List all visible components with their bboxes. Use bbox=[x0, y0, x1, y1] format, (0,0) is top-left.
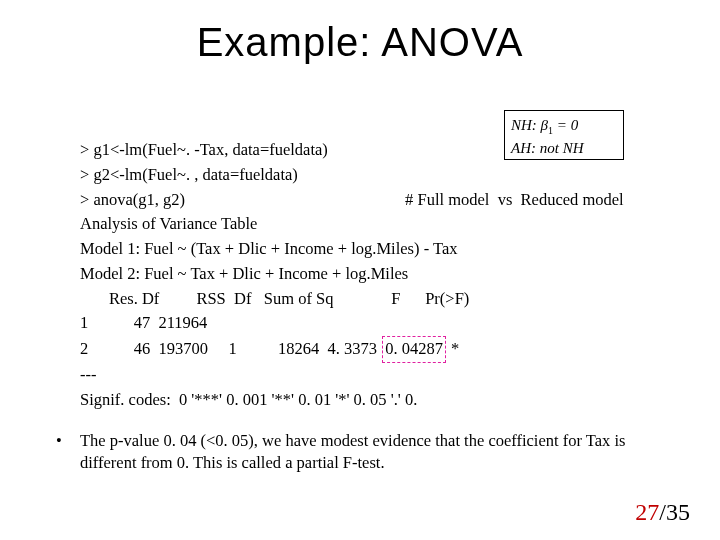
code-line-2: > g2<-lm(Fuel~. , data=fueldata) bbox=[80, 163, 680, 188]
page-total: 35 bbox=[666, 499, 690, 525]
anova-row-1: 1 47 211964 bbox=[80, 311, 680, 336]
page-number: 27/35 bbox=[635, 499, 690, 526]
nh-tail: = 0 bbox=[553, 117, 578, 133]
p-value-highlight: 0. 04287 bbox=[382, 336, 446, 363]
code-line-4: Analysis of Variance Table bbox=[80, 212, 680, 237]
nh-body: : β bbox=[532, 117, 548, 133]
signif-codes: Signif. codes: 0 '***' 0. 001 '**' 0. 01… bbox=[80, 388, 680, 413]
anova-header: Res. Df RSS Df Sum of Sq F Pr(>F) bbox=[80, 287, 680, 312]
anova-comment: # Full model vs Reduced model bbox=[405, 190, 624, 209]
code-line-6: Model 2: Fuel ~ Tax + Dlic + Income + lo… bbox=[80, 262, 680, 287]
null-hypothesis: NH: β1 = 0 bbox=[511, 115, 617, 138]
anova-row-2-lead: 2 46 193700 1 18264 4. 3373 bbox=[80, 339, 381, 358]
conclusion-bullet: • The p-value 0. 04 (<0. 05), we have mo… bbox=[56, 430, 676, 475]
anova-call: > anova(g1, g2) bbox=[80, 190, 185, 209]
code-line-1: > g1<-lm(Fuel~. -Tax, data=fueldata) bbox=[80, 138, 680, 163]
code-separator: --- bbox=[80, 363, 680, 388]
anova-row-2-star: * bbox=[447, 339, 459, 358]
page-sep: / bbox=[659, 499, 666, 525]
bullet-icon: • bbox=[56, 430, 62, 452]
code-line-3: > anova(g1, g2)# Full model vs Reduced m… bbox=[80, 188, 680, 213]
slide: Example: ANOVA NH: β1 = 0 AH: not NH > g… bbox=[0, 0, 720, 540]
slide-title: Example: ANOVA bbox=[0, 20, 720, 65]
nh-label: NH bbox=[511, 117, 532, 133]
anova-row-2: 2 46 193700 1 18264 4. 3373 0. 04287 * bbox=[80, 336, 680, 363]
conclusion-text: The p-value 0. 04 (<0. 05), we have mode… bbox=[80, 430, 676, 475]
r-output-block: > g1<-lm(Fuel~. -Tax, data=fueldata) > g… bbox=[80, 138, 680, 412]
code-line-5: Model 1: Fuel ~ (Tax + Dlic + Income + l… bbox=[80, 237, 680, 262]
page-current: 27 bbox=[635, 499, 659, 525]
